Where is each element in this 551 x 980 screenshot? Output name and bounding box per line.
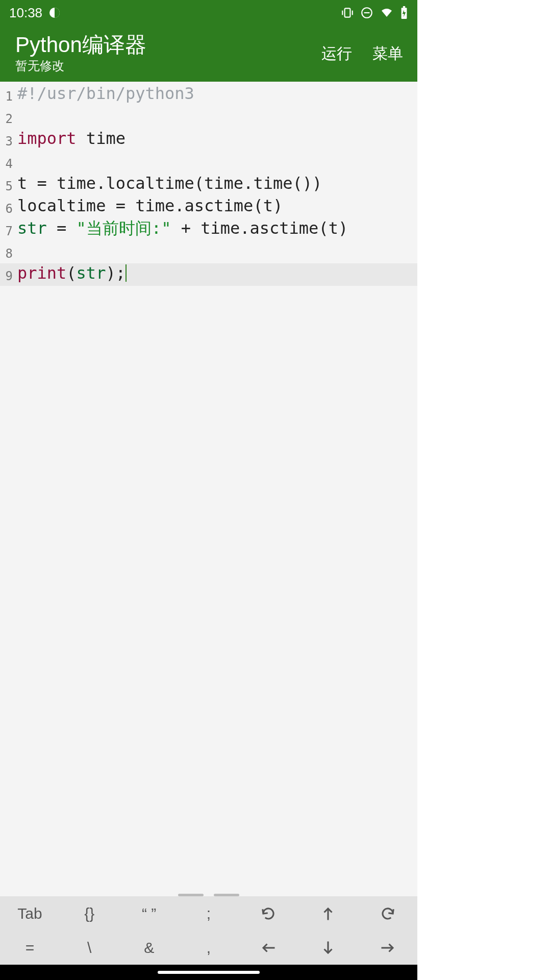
system-navbar[interactable] xyxy=(0,965,417,980)
dnd-icon xyxy=(360,6,373,19)
svg-rect-7 xyxy=(403,6,405,8)
line-number: 9 xyxy=(0,263,15,286)
editor-line[interactable]: 8 xyxy=(0,241,417,263)
key-up[interactable] xyxy=(298,896,358,930)
key-down[interactable] xyxy=(298,930,358,965)
text-cursor xyxy=(126,264,127,282)
key-braces[interactable]: {} xyxy=(60,896,119,930)
key-quotes[interactable]: “ ” xyxy=(119,896,179,930)
status-time: 10:38 xyxy=(9,5,42,21)
code-content[interactable] xyxy=(15,106,17,129)
code-content[interactable] xyxy=(15,151,17,174)
key-semicolon[interactable]: ; xyxy=(179,896,239,930)
line-number: 4 xyxy=(0,151,15,174)
battery-icon xyxy=(400,6,408,19)
key-redo[interactable] xyxy=(358,896,417,930)
editor-line[interactable]: 6localtime = time.asctime(t) xyxy=(0,196,417,218)
key-right[interactable] xyxy=(358,930,417,965)
code-content[interactable]: str = "当前时间:" + time.asctime(t) xyxy=(15,218,348,241)
app-subtitle: 暂无修改 xyxy=(15,58,321,74)
line-number: 7 xyxy=(0,218,15,241)
editor-line[interactable]: 1#!/usr/bin/python3 xyxy=(0,84,417,106)
code-content[interactable]: print(str); xyxy=(15,263,127,286)
home-indicator[interactable] xyxy=(158,971,260,974)
line-number: 2 xyxy=(0,106,15,129)
status-bar: 10:38 xyxy=(0,0,417,26)
svg-rect-1 xyxy=(345,8,350,17)
code-content[interactable]: t = time.localtime(time.time()) xyxy=(15,174,322,196)
key-left[interactable] xyxy=(238,930,298,965)
editor-line[interactable]: 4 xyxy=(0,151,417,174)
editor-line[interactable]: 5t = time.localtime(time.time()) xyxy=(0,174,417,196)
key-comma[interactable]: , xyxy=(179,930,239,965)
keyboard-toolbar: Tab {} “ ” ; = \ & , xyxy=(0,896,417,965)
line-number: 3 xyxy=(0,129,15,151)
menu-button[interactable]: 菜单 xyxy=(372,43,403,64)
key-ampersand[interactable]: & xyxy=(119,930,179,965)
app-bar: Python编译器 暂无修改 运行 菜单 xyxy=(0,26,417,82)
vibrate-icon xyxy=(341,6,354,19)
app-title: Python编译器 xyxy=(15,33,321,57)
editor-line[interactable]: 7str = "当前时间:" + time.asctime(t) xyxy=(0,218,417,241)
line-number: 8 xyxy=(0,241,15,263)
key-equals[interactable]: = xyxy=(0,930,60,965)
editor-line[interactable]: 2 xyxy=(0,106,417,129)
code-content[interactable] xyxy=(15,241,17,263)
status-app-icon xyxy=(48,7,61,19)
code-editor[interactable]: 1#!/usr/bin/python323import time45t = ti… xyxy=(0,82,417,896)
line-number: 5 xyxy=(0,174,15,196)
key-tab[interactable]: Tab xyxy=(0,896,60,930)
wifi-icon xyxy=(380,7,394,19)
editor-line[interactable]: 3import time xyxy=(0,129,417,151)
code-content[interactable]: import time xyxy=(15,129,126,151)
code-content[interactable]: #!/usr/bin/python3 xyxy=(15,84,194,106)
toolbar-drag-handle[interactable] xyxy=(178,894,239,896)
editor-line[interactable]: 9print(str); xyxy=(0,263,417,286)
line-number: 1 xyxy=(0,84,15,106)
line-number: 6 xyxy=(0,196,15,218)
code-content[interactable]: localtime = time.asctime(t) xyxy=(15,196,283,218)
key-undo[interactable] xyxy=(238,896,298,930)
run-button[interactable]: 运行 xyxy=(321,43,352,64)
key-backslash[interactable]: \ xyxy=(60,930,119,965)
